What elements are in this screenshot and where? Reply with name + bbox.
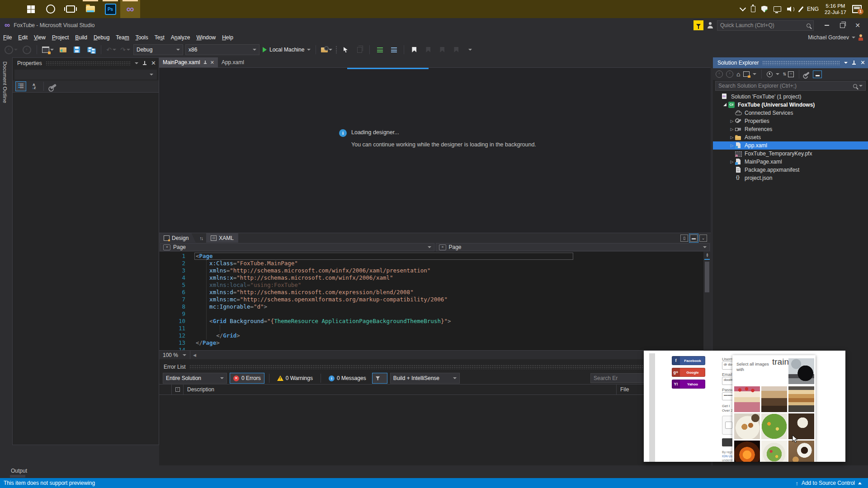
errors-filter-button[interactable]: ✕ 0 Errors: [230, 373, 264, 384]
select-element-button[interactable]: [340, 44, 351, 55]
facebook-login-button[interactable]: fFacebook: [672, 356, 705, 365]
expanded-arrow-icon[interactable]: [723, 103, 726, 106]
collapse-all-icon[interactable]: −: [788, 71, 794, 77]
restore-button[interactable]: [835, 19, 850, 31]
taskbar-app-visual-studio[interactable]: ∞: [120, 0, 140, 18]
usb-icon[interactable]: [751, 6, 755, 12]
tree-item-properties[interactable]: ▷Properties: [713, 117, 868, 125]
menu-item-window[interactable]: Window: [193, 33, 219, 42]
error-source-dropdown[interactable]: Build + IntelliSense: [390, 373, 460, 384]
toggle-bookmark-button[interactable]: [408, 44, 420, 55]
alphabetical-sort-button[interactable]: A↓Z: [29, 82, 39, 91]
save-button[interactable]: [71, 44, 83, 55]
code-line-11[interactable]: 11: [159, 325, 703, 332]
menu-item-help[interactable]: Help: [219, 33, 236, 42]
solution-explorer-title-bar[interactable]: Solution Explorer ✕: [713, 57, 868, 68]
menu-item-tools[interactable]: Tools: [132, 33, 151, 42]
taskbar-app-start[interactable]: [21, 0, 41, 18]
tree-item-project-json[interactable]: project.json: [713, 174, 868, 182]
chevron-down-icon[interactable]: [776, 73, 779, 75]
code-line-10[interactable]: 10 <Grid Background="{ThemeResource Appl…: [159, 318, 703, 325]
captcha-tile-cake[interactable]: [734, 386, 760, 412]
taskbar-app-task-view[interactable]: [61, 0, 80, 18]
solution-explorer-search-input[interactable]: Search Solution Explorer (Ctrl+;): [715, 81, 866, 91]
tree-item-mainpage-xaml[interactable]: ▷MainPage.xaml: [713, 158, 868, 166]
code-line-9[interactable]: 9: [159, 310, 703, 318]
collapse-pane-button[interactable]: ⌄: [699, 235, 707, 242]
tray-chevron-icon[interactable]: [739, 5, 745, 11]
google-login-button[interactable]: g+Google: [672, 368, 705, 377]
scrollbar-thumb[interactable]: [705, 262, 709, 292]
hscroll-left-arrow[interactable]: ◀: [190, 353, 199, 357]
tree-item-assets[interactable]: ▷Assets: [713, 133, 868, 141]
taskbar-app-photoshop[interactable]: Ps: [100, 0, 120, 18]
menu-item-edit[interactable]: Edit: [15, 33, 31, 42]
captcha-tile-salad-bowl[interactable]: [761, 441, 787, 462]
copy-button[interactable]: [354, 44, 365, 55]
messages-filter-button[interactable]: i 0 Messages: [326, 373, 369, 383]
quick-launch-input[interactable]: Quick Launch (Ctrl+Q): [717, 20, 814, 31]
outdent-button[interactable]: [388, 44, 400, 55]
pin-icon[interactable]: [204, 61, 207, 65]
property-pages-button[interactable]: [48, 82, 58, 91]
design-view-tab[interactable]: Design: [159, 233, 196, 243]
captcha-tile-glowing-bowl[interactable]: [734, 441, 760, 462]
add-item-button[interactable]: [57, 44, 69, 55]
tree-item-solution-foxtube-1-project[interactable]: Solution 'FoxTube' (1 project): [713, 93, 868, 101]
captcha-tile-coffee-cup[interactable]: [788, 441, 814, 462]
chevron-down-icon[interactable]: [753, 73, 756, 75]
code-line-4[interactable]: 4 xmlns:x="http://schemas.microsoft.com/…: [159, 274, 703, 282]
navigate-forward-button[interactable]: ›: [21, 44, 33, 55]
yahoo-login-button[interactable]: Y!Yahoo: [672, 380, 705, 389]
menu-item-build[interactable]: Build: [72, 33, 90, 42]
code-line-6[interactable]: 6 xmlns:d="http://schemas.microsoft.com/…: [159, 289, 703, 296]
close-icon[interactable]: ✕: [151, 61, 156, 66]
collapsed-arrow-icon[interactable]: ▷: [729, 127, 735, 131]
error-list-title-bar[interactable]: Error List: [159, 361, 711, 372]
properties-wrench-icon[interactable]: [804, 72, 810, 77]
language-indicator[interactable]: ENG: [807, 6, 819, 12]
editor-vertical-scrollbar[interactable]: ▲▼: [703, 252, 711, 350]
code-line-7[interactable]: 7 xmlns:mc="http://schemas.openxmlformat…: [159, 296, 703, 303]
swap-panes-icon[interactable]: ↑↓: [199, 235, 203, 241]
zoom-level-dropdown[interactable]: 100 %: [159, 351, 190, 359]
window-position-icon[interactable]: [844, 62, 848, 64]
code-line-8[interactable]: 8 mc:Ignorable="d">: [159, 303, 703, 310]
start-debugging-button[interactable]: Local Machine: [262, 44, 311, 55]
tab-app-xaml[interactable]: App.xaml: [218, 57, 248, 67]
captcha-tile-pancakes[interactable]: [788, 386, 814, 412]
tree-item-foxtube-temporarykey-pfx[interactable]: FoxTube_TemporaryKey.pfx: [713, 150, 868, 158]
captcha-tile-dessert-cup[interactable]: [761, 386, 787, 412]
new-project-button[interactable]: [41, 44, 55, 55]
menu-item-project[interactable]: Project: [49, 33, 72, 42]
menu-item-team[interactable]: Team: [113, 33, 132, 42]
volume-icon[interactable]: [787, 6, 794, 12]
solution-configuration-dropdown[interactable]: Debug: [133, 44, 183, 55]
collapsed-arrow-icon[interactable]: ▷: [729, 160, 735, 164]
tree-item-app-xaml[interactable]: ▷App.xaml: [713, 141, 868, 150]
output-tab[interactable]: Output: [11, 468, 27, 474]
collapsed-arrow-icon[interactable]: ▷: [729, 119, 735, 123]
close-button[interactable]: ✕: [850, 19, 865, 31]
element-dropdown-left[interactable]: ‹› Page: [160, 243, 434, 251]
previous-bookmark-button[interactable]: [422, 44, 434, 55]
undo-button[interactable]: ↶: [105, 44, 117, 55]
taskbar-app-cortana[interactable]: [41, 0, 61, 18]
code-line-1[interactable]: 1<Page: [159, 253, 703, 260]
code-line-5[interactable]: 5 xmlns:local="using:FoxTube": [159, 282, 703, 289]
solution-platform-dropdown[interactable]: x86: [185, 44, 259, 55]
pending-changes-filter-icon[interactable]: [767, 71, 773, 77]
xaml-view-tab[interactable]: ⊡ XAML: [206, 233, 238, 243]
network-icon[interactable]: [774, 6, 781, 12]
horizontal-split-button[interactable]: ▬: [690, 235, 698, 242]
captcha-tile-salad[interactable]: [761, 413, 787, 439]
code-line-12[interactable]: 12 </Grid>: [159, 332, 703, 339]
forward-button[interactable]: ›: [726, 70, 733, 78]
window-position-icon[interactable]: [135, 62, 138, 64]
categorized-button[interactable]: [15, 81, 26, 91]
warnings-filter-button[interactable]: 0 Warnings: [274, 373, 316, 383]
menu-item-debug[interactable]: Debug: [90, 33, 113, 42]
error-scope-dropdown[interactable]: Entire Solution: [163, 373, 227, 384]
column-blank[interactable]: [159, 385, 172, 394]
xaml-code-editor[interactable]: 1<Page2 x:Class="FoxTube.MainPage"3 xmln…: [159, 252, 703, 350]
